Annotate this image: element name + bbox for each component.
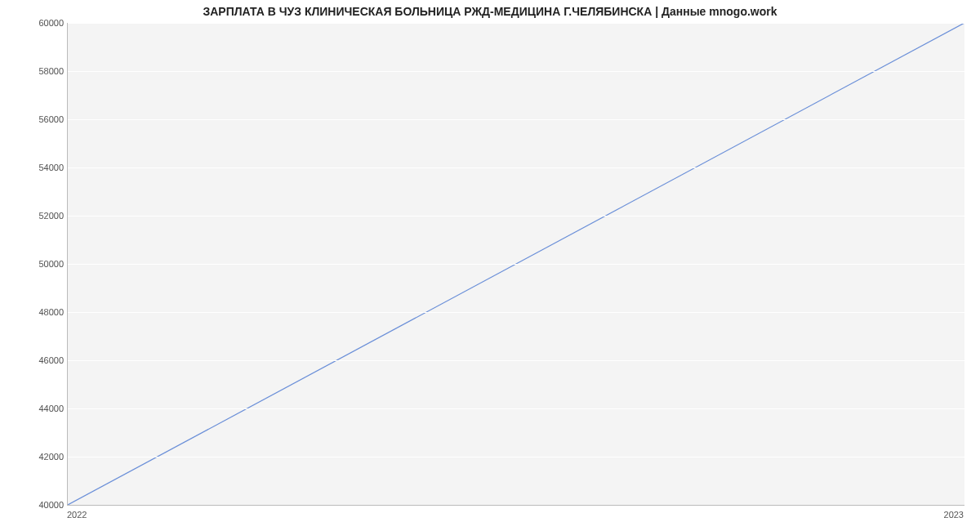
y-tick-label: 48000 xyxy=(23,307,64,317)
plot-area xyxy=(67,23,964,506)
y-tick-label: 54000 xyxy=(23,163,64,172)
y-tick-mark xyxy=(67,408,68,409)
y-tick-label: 56000 xyxy=(23,114,64,124)
y-tick-mark xyxy=(67,71,68,72)
grid-line xyxy=(68,23,964,24)
y-tick-mark xyxy=(67,119,68,120)
y-tick-label: 60000 xyxy=(23,18,64,28)
y-tick-mark xyxy=(67,23,68,24)
y-tick-mark xyxy=(67,216,68,216)
grid-line xyxy=(68,216,964,216)
y-tick-label: 58000 xyxy=(23,66,64,76)
y-tick-mark xyxy=(67,360,68,361)
chart-title: ЗАРПЛАТА В ЧУЗ КЛИНИЧЕСКАЯ БОЛЬНИЦА РЖД-… xyxy=(0,5,980,18)
y-tick-label: 42000 xyxy=(23,452,64,462)
grid-line xyxy=(68,408,964,409)
y-tick-label: 40000 xyxy=(23,500,64,510)
y-tick-mark xyxy=(67,167,68,168)
grid-line xyxy=(68,167,964,168)
grid-line xyxy=(68,457,964,457)
x-tick-label: 2022 xyxy=(67,510,87,520)
x-tick-mark xyxy=(68,505,69,506)
grid-line xyxy=(68,264,964,265)
chart-container: ЗАРПЛАТА В ЧУЗ КЛИНИЧЕСКАЯ БОЛЬНИЦА РЖД-… xyxy=(0,0,980,531)
y-tick-label: 44000 xyxy=(23,404,64,413)
grid-line xyxy=(68,119,964,120)
y-tick-mark xyxy=(67,264,68,265)
grid-line xyxy=(68,312,964,313)
y-tick-mark xyxy=(67,457,68,457)
y-tick-mark xyxy=(67,505,68,506)
y-tick-label: 52000 xyxy=(23,211,64,221)
grid-line xyxy=(68,71,964,72)
y-tick-mark xyxy=(67,312,68,313)
x-tick-label: 2023 xyxy=(944,510,964,520)
y-tick-label: 46000 xyxy=(23,355,64,365)
y-tick-label: 50000 xyxy=(23,259,64,269)
grid-line xyxy=(68,360,964,361)
